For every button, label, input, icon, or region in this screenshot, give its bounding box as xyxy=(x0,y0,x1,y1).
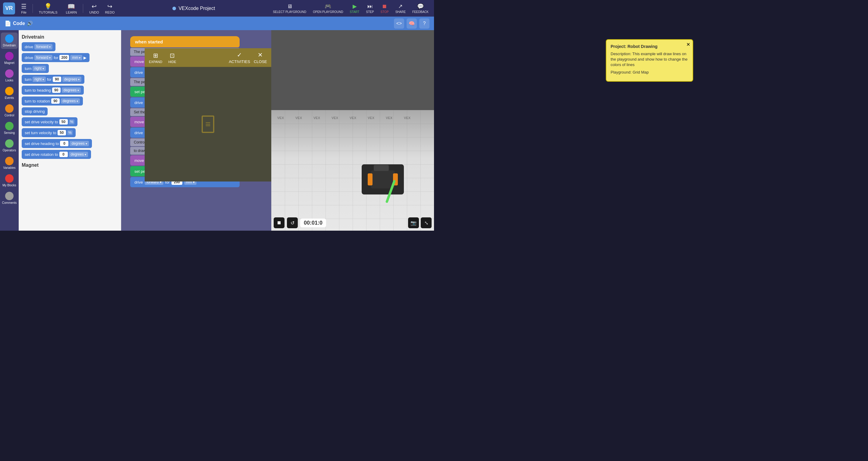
activity-header-right: ✓ ACTIVITIES ✕ CLOSE xyxy=(229,51,267,64)
drive-distance-block[interactable]: drive forward ▾ for 200 mm ▾ ▶ xyxy=(22,53,90,62)
play-icon: ▶ xyxy=(84,56,87,60)
drive-velocity-block[interactable]: set drive velocity to 50 % xyxy=(22,117,78,126)
drive-heading-block[interactable]: set drive heading to 0 degrees ▾ xyxy=(22,139,92,148)
expand-button[interactable]: ⊞ EXPAND xyxy=(149,52,162,64)
drive-rotation-block[interactable]: set drive rotation to 0 degrees ▾ xyxy=(22,150,91,159)
sidebar-item-magnet[interactable]: Magnet xyxy=(1,50,18,66)
help-button[interactable]: ? xyxy=(419,19,430,29)
step-button[interactable]: ⏭ STEP xyxy=(364,2,376,15)
simulator: VEX VEX VEX VEX VEX VEX VEX VEX xyxy=(271,30,434,230)
sidebar-item-operators[interactable]: Operators xyxy=(1,137,18,154)
turn-degrees-block[interactable]: turn right ▾ for 90 degrees ▾ xyxy=(22,75,84,84)
my-blocks-dot xyxy=(5,174,13,183)
drive-forward-block[interactable]: drive forward ▾ xyxy=(22,42,56,51)
drivetrain-dot xyxy=(5,34,13,43)
sidebar-item-sensing[interactable]: Sensing xyxy=(1,120,18,136)
ws-drive-text-1: drive xyxy=(134,70,143,75)
sidebar-item-variables[interactable]: Variables xyxy=(1,155,18,171)
expand-view-button[interactable]: ⤡ xyxy=(421,217,432,228)
forward-dropdown-2[interactable]: forward ▾ xyxy=(34,55,53,60)
stop-button[interactable]: ⏹ STOP xyxy=(378,2,391,15)
sidebar-item-control[interactable]: Control xyxy=(1,102,18,119)
blocks-panel: Drivetrain drive forward ▾ drive forward… xyxy=(19,30,121,230)
events-dot xyxy=(5,87,13,95)
activity-close-label: CLOSE xyxy=(254,59,267,64)
sensing-dot xyxy=(5,122,13,130)
sidebar-item-events[interactable]: Events xyxy=(1,85,18,101)
tutorials-button[interactable]: 💡 TUTORIALS xyxy=(36,1,60,16)
when-started-block[interactable]: when started xyxy=(130,36,240,47)
turn-right-block[interactable]: turn right ▾ xyxy=(22,64,49,73)
code-view-button[interactable]: <> xyxy=(394,19,404,29)
select-playground-button[interactable]: 🖥 SELECT PLAYGROUND xyxy=(270,2,309,15)
hide-button[interactable]: ⊡ HIDE xyxy=(168,52,176,64)
forward-dropdown[interactable]: forward ▾ xyxy=(34,44,53,50)
drive-text-2: drive xyxy=(25,56,33,60)
mm-dropdown[interactable]: mm ▾ xyxy=(70,55,82,60)
magnet-label: Magnet xyxy=(4,61,14,64)
turn-velocity-input[interactable]: 50 xyxy=(58,130,66,135)
activity-header-left: ⊞ EXPAND ⊡ HIDE xyxy=(149,52,176,64)
sim-reset-button[interactable]: ↺ xyxy=(287,217,298,228)
project-title: VEXcode Project xyxy=(179,6,215,11)
learn-label: LEARN xyxy=(66,10,77,14)
drive-heading-dd[interactable]: degrees ▾ xyxy=(70,141,89,146)
rotation-degrees-dd[interactable]: degrees ▾ xyxy=(61,98,80,104)
sim-timer: 00:01:0 xyxy=(300,219,326,227)
drive-rotation-input[interactable]: 0 xyxy=(59,152,68,157)
sidebar: Drivetrain Magnet Looks Events Control S… xyxy=(0,30,19,230)
stop-driving-block[interactable]: stop driving xyxy=(22,107,48,116)
magnet-dot xyxy=(5,52,13,60)
drive-rotation-dd[interactable]: degrees ▾ xyxy=(69,152,88,157)
ws-drive-text-3: drive xyxy=(134,130,143,135)
sidebar-item-drivetrain[interactable]: Drivetrain xyxy=(1,33,18,49)
degrees-dropdown[interactable]: degrees ▾ xyxy=(62,76,82,82)
sim-stop-button[interactable]: ⏹ xyxy=(274,217,284,228)
turn-velocity-block[interactable]: set turn velocity to 50 % xyxy=(22,128,76,137)
block-row-drive-dist: drive forward ▾ for 200 mm ▾ ▶ xyxy=(22,53,118,62)
robot-image xyxy=(362,164,404,194)
learn-button[interactable]: 📖 LEARN xyxy=(64,1,80,16)
ws-drive-text-4: drive xyxy=(134,180,143,185)
sidebar-item-my-blocks[interactable]: My Blocks xyxy=(1,173,18,189)
tutorials-icon: 💡 xyxy=(44,3,52,10)
comments-dot xyxy=(5,192,13,200)
expand-label: EXPAND xyxy=(149,60,162,64)
rotation-input[interactable]: 90 xyxy=(51,98,60,104)
turn-rotation-block[interactable]: turn to rotation 90 degrees ▾ xyxy=(22,96,83,105)
file-menu-button[interactable]: ☰ File xyxy=(19,1,29,16)
brain-view-button[interactable]: 🧠 xyxy=(407,19,417,29)
code-icon: 📄 xyxy=(4,20,11,27)
heading-degrees-dd[interactable]: degrees ▾ xyxy=(62,87,81,93)
feedback-button[interactable]: 💬 FEEDBACK xyxy=(410,2,431,15)
open-playground-label: OPEN PLAYGROUND xyxy=(313,10,343,13)
drive-rotation-text: set drive rotation to xyxy=(25,152,58,157)
turn-heading-block[interactable]: turn to heading 90 degrees ▾ xyxy=(22,86,84,95)
distance-input[interactable]: 200 xyxy=(59,55,69,60)
right-dropdown[interactable]: right ▾ xyxy=(33,66,45,71)
activity-x-icon: ✕ xyxy=(258,51,263,59)
topbar: VR ☰ File 💡 TUTORIALS 📖 LEARN ↩ UNDO ↪ R… xyxy=(0,0,434,17)
heading-input[interactable]: 90 xyxy=(52,87,61,93)
workspace[interactable]: when started The pen set to "DOWN" will … xyxy=(121,30,271,230)
undo-icon: ↩ xyxy=(92,3,97,10)
redo-button[interactable]: ↪ REDO xyxy=(103,1,117,16)
svg-rect-0 xyxy=(271,110,434,230)
drive-text: drive xyxy=(25,44,33,49)
sidebar-item-comments[interactable]: Comments xyxy=(1,190,18,206)
turn-input[interactable]: 90 xyxy=(53,76,61,82)
expand-icon: ⊞ xyxy=(153,52,158,59)
open-playground-button[interactable]: 🎮 OPEN PLAYGROUND xyxy=(310,2,345,15)
right-dropdown-2[interactable]: right ▾ xyxy=(33,76,45,82)
block-row-drive-rotation: set drive rotation to 0 degrees ▾ xyxy=(22,150,118,159)
activities-button[interactable]: ✓ ACTIVITIES xyxy=(229,51,250,64)
undo-button[interactable]: ↩ UNDO xyxy=(87,1,101,16)
sidebar-item-looks[interactable]: Looks xyxy=(1,67,18,84)
start-button[interactable]: ▶ START xyxy=(347,2,362,15)
share-button[interactable]: ↗ SHARE xyxy=(393,2,408,15)
camera-button[interactable]: 📷 xyxy=(408,217,419,228)
my-blocks-label: My Blocks xyxy=(2,184,16,187)
activity-close-button[interactable]: ✕ CLOSE xyxy=(254,51,267,64)
drive-heading-input[interactable]: 0 xyxy=(60,141,68,146)
drive-velocity-input[interactable]: 50 xyxy=(59,119,68,125)
